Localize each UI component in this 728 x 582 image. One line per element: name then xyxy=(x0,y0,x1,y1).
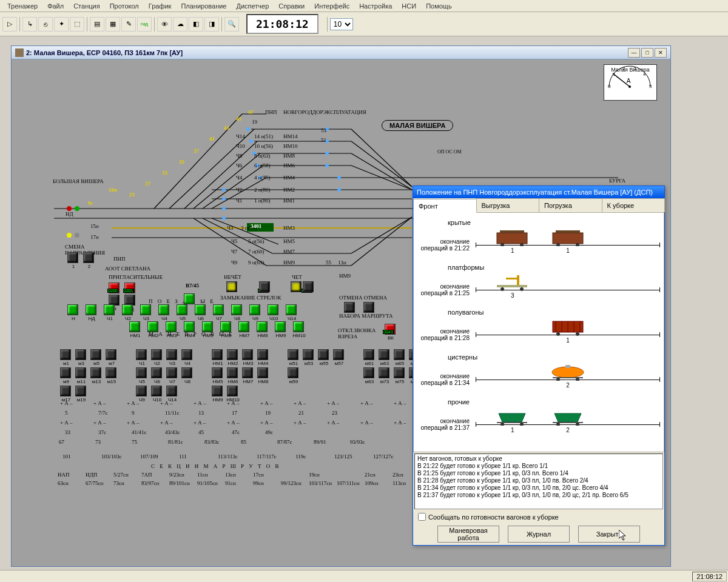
panel-btn-Ч5[interactable] xyxy=(177,304,187,315)
panel-btn-Ч14[interactable] xyxy=(286,304,297,315)
tab-Фронт[interactable]: Фронт xyxy=(413,199,477,213)
tool-1[interactable]: ▷ xyxy=(2,17,17,32)
panel-btn-НМ9[interactable] xyxy=(275,321,286,332)
tool-2[interactable]: ↳ xyxy=(22,17,37,32)
wagon-track[interactable]: 1 xyxy=(476,317,660,341)
panel-btn-Ч4[interactable] xyxy=(181,349,192,360)
panel-btn-Ч9[interactable] xyxy=(249,304,260,315)
panel-btn-м9[interactable] xyxy=(60,367,71,378)
panel-btn-м1[interactable] xyxy=(60,349,71,360)
panel-btn-НМ8[interactable] xyxy=(257,321,268,332)
tool-6[interactable]: ▤ xyxy=(90,17,104,32)
panel-btn-НМ6[interactable] xyxy=(227,367,238,378)
menu-Тренажер[interactable]: Тренажер xyxy=(2,1,42,11)
tool-7[interactable]: ▦ xyxy=(106,17,120,32)
panel-btn-Ч10[interactable] xyxy=(151,386,162,396)
panel-btn-НМ1[interactable] xyxy=(129,321,140,332)
menu-Станция[interactable]: Станция xyxy=(69,1,104,11)
tool-5[interactable]: ⬚ xyxy=(70,17,84,32)
panel-btn-м61[interactable] xyxy=(363,349,374,360)
menu-Протокол[interactable]: Протокол xyxy=(105,1,144,11)
panel-btn-НМ2[interactable] xyxy=(227,349,238,360)
wagon-icon[interactable] xyxy=(494,229,530,245)
panel-btn-Ч5[interactable] xyxy=(136,367,147,378)
panel-btn-Ч3[interactable] xyxy=(166,349,177,360)
panel-btn-м13[interactable] xyxy=(90,367,101,378)
panel-btn-Ч2[interactable] xyxy=(151,349,162,360)
panel-btn-Ч1[interactable] xyxy=(136,349,147,360)
panel-btn-НМ7[interactable] xyxy=(238,321,249,332)
panel-btn-Ч2[interactable] xyxy=(122,304,133,315)
tab-К уборке[interactable]: К уборке xyxy=(602,198,666,212)
panel-btn-НМ5[interactable] xyxy=(212,367,223,378)
panel-btn-НД[interactable] xyxy=(86,304,96,315)
panel-btn-Ч7[interactable] xyxy=(213,304,224,315)
wagon-icon[interactable] xyxy=(494,274,530,290)
tool-8[interactable]: ✎ xyxy=(121,17,136,32)
panel-btn-НМ9[interactable] xyxy=(212,386,223,396)
menu-График[interactable]: График xyxy=(144,1,177,11)
dialog-titlebar[interactable]: Положение на ПНП Новгороддорэксплуатация… xyxy=(413,186,664,198)
panel-btn-Н[interactable] xyxy=(67,304,78,315)
menu-Настройка[interactable]: Настройка xyxy=(354,1,397,11)
wagon-track[interactable]: 11 xyxy=(476,227,660,252)
menu-Интерфейс[interactable]: Интерфейс xyxy=(309,1,354,11)
wagon-track[interactable]: 3 xyxy=(476,272,660,296)
menu-Справки[interactable]: Справки xyxy=(274,1,309,11)
panel-btn-НМ10[interactable] xyxy=(293,321,304,332)
panel-btn-м75[interactable] xyxy=(394,367,405,378)
panel-btn-м63[interactable] xyxy=(379,349,389,360)
wagon-icon[interactable] xyxy=(550,319,586,335)
notify-checkbox[interactable] xyxy=(418,513,426,521)
panel-btn-[interactable] xyxy=(344,302,355,313)
panel-btn-[interactable] xyxy=(291,281,302,292)
station-window-titlebar[interactable]: 2: Малая Вишера, ЕСР 04160, ПЗ 161км 7пк… xyxy=(12,46,670,59)
panel-btn-НМ2[interactable] xyxy=(147,321,158,332)
dialog-button-Журнал[interactable]: Журнал xyxy=(508,526,570,543)
panel-btn-м3[interactable] xyxy=(75,349,86,360)
dialog-button-Маневровая работа[interactable]: Маневровая работа xyxy=(437,526,499,543)
panel-btn-м55[interactable] xyxy=(318,349,329,360)
panel-btn-м57[interactable] xyxy=(333,349,344,360)
panel-btn-Ч4[interactable] xyxy=(158,304,169,315)
panel-btn-[interactable] xyxy=(259,281,270,292)
panel-btn-м53[interactable] xyxy=(303,349,314,360)
panel-btn-Ч3[interactable] xyxy=(140,304,151,315)
panel-btn-НМ5[interactable] xyxy=(202,321,213,332)
tab-Выгрузка[interactable]: Выгрузка xyxy=(476,198,540,212)
panel-btn-м63[interactable] xyxy=(363,367,374,378)
wagon-icon[interactable] xyxy=(494,409,530,424)
tool-3[interactable]: ⎋ xyxy=(38,17,53,32)
panel-btn-Ч6[interactable] xyxy=(195,304,206,315)
close-button[interactable]: ✕ xyxy=(655,48,667,58)
panel-btn-НМ3[interactable] xyxy=(166,321,177,332)
panel-btn-м7[interactable] xyxy=(106,349,116,360)
tool-4[interactable]: ✦ xyxy=(54,17,69,32)
panel-btn-Ч1[interactable] xyxy=(104,304,115,315)
minimize-button[interactable]: — xyxy=(628,48,640,58)
toolbar-select[interactable]: 10 xyxy=(330,18,353,30)
panel-btn-[interactable] xyxy=(226,281,237,292)
panel-btn-2[interactable] xyxy=(83,252,94,263)
tool-zoom[interactable]: 🔍 xyxy=(224,17,239,32)
wagon-track[interactable]: 12 xyxy=(476,407,660,431)
panel-btn-НМ8[interactable] xyxy=(257,367,268,378)
panel-btn-м65[interactable] xyxy=(394,349,405,360)
panel-btn-м19[interactable] xyxy=(75,386,86,396)
tool-12[interactable]: ◨ xyxy=(204,17,219,32)
panel-btn-НМ10[interactable] xyxy=(227,386,238,396)
panel-btn-Ч8[interactable] xyxy=(181,367,192,378)
panel-btn-м15[interactable] xyxy=(106,367,116,378)
menu-НСИ[interactable]: НСИ xyxy=(397,1,421,11)
panel-btn-НМ4[interactable] xyxy=(257,349,268,360)
wagon-icon[interactable] xyxy=(550,364,586,380)
panel-btn-НМ1[interactable] xyxy=(212,349,223,360)
panel-btn-[interactable] xyxy=(184,293,195,304)
menu-Диспетчер[interactable]: Диспетчер xyxy=(231,1,274,11)
menu-Помощь[interactable]: Помощь xyxy=(421,1,457,11)
panel-btn-НМ6[interactable] xyxy=(220,321,231,332)
tool-11[interactable]: ◧ xyxy=(189,17,203,32)
panel-btn-НМ4[interactable] xyxy=(184,321,195,332)
panel-btn-м5[interactable] xyxy=(90,349,101,360)
menu-Планирование[interactable]: Планирование xyxy=(176,1,231,11)
